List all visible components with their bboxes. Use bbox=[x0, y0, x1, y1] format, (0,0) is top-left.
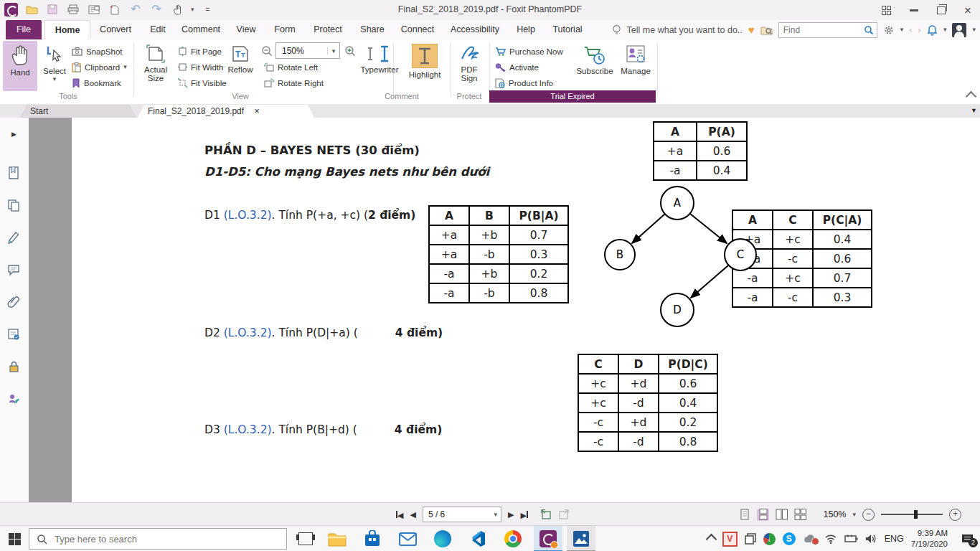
select-dropdown-caret[interactable]: ▾ bbox=[37, 76, 72, 83]
last-page-icon[interactable]: ▶ bbox=[520, 508, 527, 521]
ribbon-display-options-icon[interactable] bbox=[882, 6, 891, 15]
tab-protect[interactable]: Protect bbox=[306, 20, 350, 39]
reflow-button[interactable]: TT Reflow bbox=[224, 41, 257, 91]
snapshot-button[interactable]: SnapShot bbox=[72, 44, 123, 59]
bookmark-button[interactable]: Bookmark bbox=[72, 75, 121, 90]
single-page-view-icon[interactable] bbox=[738, 509, 750, 521]
gear-dropdown-caret[interactable]: ▾ bbox=[900, 27, 904, 33]
clipboard-button[interactable]: Clipboard ▾ bbox=[72, 60, 127, 75]
account-dropdown-caret[interactable]: ▾ bbox=[972, 27, 976, 33]
tab-help[interactable]: Help bbox=[509, 20, 542, 39]
clipboard-dropdown-caret[interactable]: ▾ bbox=[123, 64, 127, 70]
doc-tab-current[interactable]: Final_S2_2018_2019.pdf× bbox=[138, 105, 314, 118]
continuous-facing-view-icon[interactable] bbox=[794, 509, 806, 521]
fields-panel-icon[interactable] bbox=[7, 328, 22, 342]
tab-form[interactable]: Form bbox=[267, 20, 303, 39]
zoom-in-slider-icon[interactable]: + bbox=[949, 509, 961, 521]
activate-button[interactable]: Activate bbox=[495, 60, 539, 75]
attachments-panel-icon[interactable] bbox=[7, 296, 22, 310]
restore-icon[interactable] bbox=[937, 6, 946, 14]
comments-panel-icon[interactable] bbox=[7, 263, 22, 278]
tab-convert[interactable]: Convert bbox=[92, 20, 139, 39]
tray-onedrive-icon[interactable] bbox=[803, 534, 817, 544]
tab-view[interactable]: View bbox=[228, 20, 264, 39]
tab-list-icon[interactable]: ▼ bbox=[971, 107, 977, 114]
previous-page-icon[interactable]: ◀ bbox=[410, 511, 415, 519]
task-view-button[interactable] bbox=[291, 526, 320, 551]
taskbar-search-input[interactable] bbox=[53, 533, 279, 545]
zoom-dropdown-caret[interactable]: ▾ bbox=[327, 47, 339, 55]
actual-size-button[interactable]: Actual Size bbox=[138, 41, 174, 91]
fit-page-button[interactable]: Fit Page bbox=[178, 44, 222, 59]
document-canvas[interactable]: PHẦN D – BAYES NETS (30 điểm) D1-D5: Cho… bbox=[29, 118, 980, 502]
product-info-button[interactable]: Product Info bbox=[495, 75, 553, 90]
taskbar-search-box[interactable] bbox=[29, 528, 287, 550]
tab-tutorial[interactable]: Tutorial bbox=[545, 20, 590, 39]
highlight-button[interactable]: Highlight bbox=[405, 41, 445, 91]
rotate-right-button[interactable]: Rotate Right bbox=[264, 75, 324, 90]
gear-icon[interactable] bbox=[883, 24, 895, 36]
zoom-out-slider-icon[interactable]: − bbox=[862, 509, 875, 521]
tray-language[interactable]: ENG bbox=[885, 534, 904, 544]
doc-tab-close-icon[interactable]: × bbox=[254, 105, 260, 116]
tray-clipboard-icon[interactable] bbox=[745, 533, 756, 545]
start-button[interactable] bbox=[0, 526, 29, 551]
zoom-level-caret[interactable]: ▾ bbox=[852, 512, 856, 518]
search-folder-icon[interactable] bbox=[760, 25, 773, 35]
rotate-left-button[interactable]: Rotate Left bbox=[264, 60, 318, 75]
fit-width-button[interactable]: Fit Width bbox=[178, 60, 223, 75]
fit-visible-button[interactable]: Fit Visible bbox=[178, 75, 227, 90]
zoom-in-button[interactable] bbox=[344, 43, 356, 58]
typewriter-button[interactable]: Typewriter bbox=[356, 41, 403, 91]
collapse-ribbon-icon[interactable] bbox=[967, 93, 975, 100]
hand-button[interactable]: Hand bbox=[3, 41, 37, 91]
tray-vmware-icon[interactable]: V bbox=[722, 532, 738, 547]
tray-clock[interactable]: 9:39 AM 7/19/2020 bbox=[911, 528, 948, 550]
page-dropdown-caret[interactable]: ▾ bbox=[494, 512, 501, 518]
tray-battery-icon[interactable] bbox=[844, 534, 858, 543]
continuous-view-icon[interactable] bbox=[757, 509, 769, 521]
close-icon[interactable]: × bbox=[964, 4, 971, 17]
signatures-panel-icon[interactable] bbox=[7, 392, 22, 407]
panel-expand-icon[interactable]: ▶ bbox=[11, 131, 17, 138]
pdf-sign-button[interactable]: PDF Sign bbox=[452, 41, 486, 91]
taskbar-store[interactable] bbox=[358, 526, 387, 551]
tab-home[interactable]: Home bbox=[44, 20, 90, 40]
zoom-slider-handle[interactable] bbox=[914, 510, 918, 519]
previous-view-icon[interactable] bbox=[540, 509, 552, 519]
tab-file[interactable]: File bbox=[6, 20, 42, 39]
tell-me-box[interactable]: Tell me what you want to do.. bbox=[627, 25, 743, 35]
first-page-icon[interactable]: ◀ bbox=[396, 508, 403, 521]
tab-connect[interactable]: Connect bbox=[395, 20, 440, 39]
facing-view-icon[interactable] bbox=[776, 509, 788, 521]
taskbar-chrome[interactable] bbox=[499, 526, 527, 551]
find-input[interactable] bbox=[782, 24, 864, 36]
zoom-slider[interactable] bbox=[881, 514, 943, 515]
subscribe-button[interactable]: Subscribe bbox=[574, 41, 616, 91]
zoom-combobox[interactable]: 150% ▾ bbox=[275, 42, 340, 59]
account-avatar[interactable] bbox=[952, 23, 966, 37]
tab-comment[interactable]: Comment bbox=[176, 20, 225, 39]
annotations-panel-icon[interactable] bbox=[7, 231, 22, 245]
manage-button[interactable]: Manage bbox=[617, 41, 654, 91]
tray-skype-icon[interactable]: S bbox=[783, 532, 796, 545]
bookmarks-panel-icon[interactable] bbox=[7, 166, 22, 181]
minimize-icon[interactable] bbox=[910, 9, 918, 11]
favorite-heart-icon[interactable]: ♥ bbox=[748, 24, 755, 36]
doc-tab-start[interactable]: Start bbox=[20, 105, 136, 118]
tab-share[interactable]: Share bbox=[353, 20, 392, 39]
taskbar-foxit[interactable] bbox=[534, 526, 562, 551]
taskbar-mail[interactable] bbox=[393, 526, 422, 551]
tab-accessibility[interactable]: Accessibility bbox=[443, 20, 507, 39]
taskbar-vscode[interactable] bbox=[463, 526, 492, 551]
pages-panel-icon[interactable] bbox=[7, 199, 22, 213]
zoom-out-button[interactable] bbox=[261, 43, 273, 58]
tray-chevron-up-icon[interactable] bbox=[707, 535, 715, 543]
tray-idm-icon[interactable]: ↓ bbox=[763, 533, 776, 545]
taskbar-photos[interactable] bbox=[567, 526, 595, 551]
next-page-icon[interactable]: ▶ bbox=[508, 511, 514, 519]
security-panel-icon[interactable] bbox=[7, 360, 22, 375]
bell-icon[interactable] bbox=[927, 24, 938, 36]
tray-wifi-icon[interactable] bbox=[824, 534, 837, 544]
taskbar-edge[interactable] bbox=[428, 526, 457, 551]
